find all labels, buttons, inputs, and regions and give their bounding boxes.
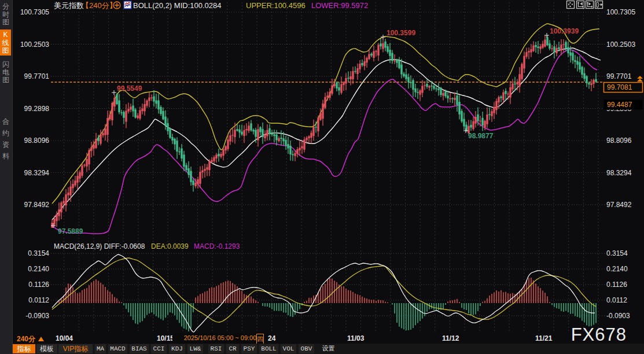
svg-text:-0.0903: -0.0903 [606, 312, 630, 320]
svg-text:99.7701: 99.7701 [606, 72, 632, 80]
svg-text:98.3294: 98.3294 [24, 169, 50, 177]
svg-text:100.2503: 100.2503 [20, 40, 49, 49]
svg-text:0.3154: 0.3154 [606, 249, 628, 257]
svg-text:98.8096: 98.8096 [24, 137, 50, 145]
svg-text:0.1126: 0.1126 [28, 281, 49, 289]
svg-text:99.7701: 99.7701 [24, 72, 50, 80]
svg-text:99.4487: 99.4487 [607, 101, 632, 109]
svg-text:97.5889: 97.5889 [58, 227, 83, 235]
svg-text:100.3599: 100.3599 [387, 29, 415, 37]
svg-text:98.3294: 98.3294 [606, 169, 632, 177]
svg-text:DEA:0.0039: DEA:0.0039 [151, 242, 189, 250]
svg-text:100.7305: 100.7305 [20, 8, 49, 16]
svg-text:97.8492: 97.8492 [606, 201, 632, 209]
svg-text:0.0112: 0.0112 [28, 296, 49, 304]
svg-text:【240分】: 【240分】 [82, 1, 117, 10]
svg-text:99.5549: 99.5549 [117, 84, 142, 93]
svg-text:99.7081: 99.7081 [607, 83, 632, 91]
svg-text:100.2503: 100.2503 [606, 40, 635, 49]
svg-text:BOLL(20,2) MID:100.0284: BOLL(20,2) MID:100.0284 [133, 1, 221, 10]
svg-text:98.8096: 98.8096 [606, 137, 632, 145]
svg-text:MACD:-0.1293: MACD:-0.1293 [194, 242, 240, 250]
svg-text:0.2140: 0.2140 [606, 265, 628, 273]
svg-text:MACD(26,12,9) DIFF:-0.0608: MACD(26,12,9) DIFF:-0.0608 [54, 242, 145, 250]
svg-text:-0.0903: -0.0903 [25, 312, 49, 320]
svg-text:LOWER:99.5972: LOWER:99.5972 [311, 1, 368, 10]
svg-text:99.2898: 99.2898 [24, 105, 50, 113]
svg-text:美元指数: 美元指数 [54, 1, 84, 10]
svg-text:0.1126: 0.1126 [606, 281, 627, 289]
svg-text:0.0112: 0.0112 [606, 296, 627, 304]
svg-text:0.3154: 0.3154 [28, 249, 49, 257]
svg-text:100.3939: 100.3939 [550, 27, 579, 35]
svg-text:98.9877: 98.9877 [468, 132, 494, 140]
svg-text:0.2140: 0.2140 [28, 265, 49, 273]
svg-text:100.7305: 100.7305 [606, 8, 635, 16]
svg-text:UPPER:100.4596: UPPER:100.4596 [246, 1, 306, 10]
svg-text:97.8492: 97.8492 [24, 201, 50, 209]
